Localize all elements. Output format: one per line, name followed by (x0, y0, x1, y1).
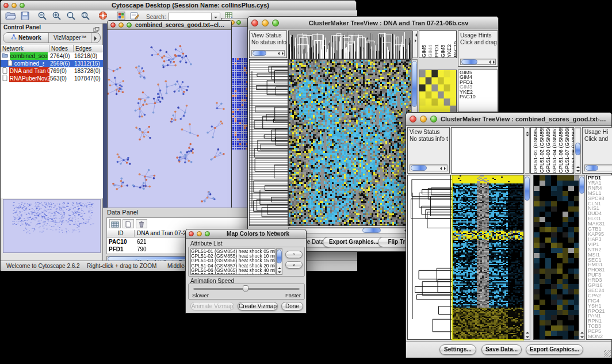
scrollbar-thumb[interactable] (586, 165, 598, 171)
close-button[interactable] (189, 231, 194, 236)
status-scrollbar[interactable] (410, 164, 447, 171)
scroll-up-icon[interactable] (526, 130, 529, 133)
main-titlebar[interactable]: Cytoscape Desktop (Session Name: collins… (1, 1, 356, 10)
delete-attribute-icon[interactable] (136, 219, 147, 228)
scrollbar-thumb[interactable] (525, 177, 530, 201)
column-label[interactable]: GPL51-01 (GSM854) (533, 127, 538, 173)
network-row-selected[interactable]: combined_sco 2569(6) 13112(15) (1, 60, 103, 67)
scroll-up-icon[interactable] (576, 166, 580, 168)
scrollbar-thumb[interactable] (579, 177, 584, 194)
column-scroll-strip[interactable] (412, 30, 418, 58)
row-dendrogram[interactable] (249, 59, 288, 226)
scroll-up-icon[interactable] (580, 332, 584, 334)
new-attribute-icon[interactable] (123, 219, 134, 228)
scroll-right-icon[interactable] (493, 60, 495, 64)
minimize-button[interactable] (12, 3, 17, 8)
column-dendrogram[interactable] (288, 30, 412, 59)
scroll-left-icon[interactable] (489, 60, 491, 64)
scrollbar-thumb[interactable] (362, 228, 381, 233)
column-header-edges[interactable]: Edges (74, 45, 103, 52)
zoom-selected-icon[interactable] (81, 11, 90, 22)
heatmap-vscrollbar[interactable] (524, 175, 530, 340)
scroll-down-icon[interactable] (576, 170, 580, 172)
column-header-network[interactable]: Network (1, 45, 49, 52)
network-canvas-1[interactable] (108, 30, 231, 208)
scroll-down-icon[interactable] (278, 271, 281, 273)
move-up-button[interactable]: ^ (285, 251, 303, 258)
column-scroll-strip[interactable] (525, 127, 530, 174)
network-row[interactable]: DNA and Tran 07 769(0) 183728(0) (1, 67, 103, 75)
scrollbar-thumb[interactable] (575, 143, 580, 155)
scroll-left-icon[interactable] (440, 167, 442, 170)
attribute-list-scrollbar[interactable] (276, 248, 282, 275)
close-button[interactable] (251, 20, 258, 26)
scrollbar-thumb[interactable] (253, 51, 266, 56)
zoom-button[interactable] (272, 20, 279, 26)
open-file-icon[interactable] (5, 12, 16, 22)
zoom-fit-icon[interactable] (66, 11, 76, 22)
scroll-up-icon[interactable] (526, 332, 529, 334)
column-label[interactable]: GIM4 (427, 45, 433, 58)
help-icon[interactable] (98, 11, 108, 22)
tab-vizmapper[interactable]: VizMapper™ (48, 33, 91, 43)
treeview1-titlebar[interactable]: ClusterMaker TreeView : DNA and Tran 07-… (248, 17, 498, 29)
minimize-button[interactable] (262, 20, 269, 26)
column-label[interactable]: PAC10 (453, 41, 457, 58)
column-label[interactable]: GPL51-08 (GSM872) (571, 127, 574, 173)
export-graphics-button[interactable]: Export Graphics... (526, 344, 583, 355)
zoom-vscrollbar[interactable] (579, 175, 585, 340)
create-vizmap-button[interactable]: Create Vizmap (238, 302, 278, 311)
data-column-id[interactable]: ID (107, 230, 135, 237)
scrollbar-thumb[interactable] (412, 61, 417, 107)
column-label[interactable]: PFD1 (434, 44, 439, 58)
scroll-down-icon[interactable] (580, 336, 584, 338)
zoom-button[interactable] (127, 22, 132, 28)
network-view-titlebar[interactable]: combined_scores_good.txt--cluste... (108, 21, 231, 30)
scroll-down-icon[interactable] (526, 135, 529, 138)
zoom-in-icon[interactable] (52, 11, 62, 22)
column-label[interactable]: YKE2 (446, 44, 452, 58)
zoom-out-icon[interactable] (37, 11, 47, 22)
birdseye-view[interactable] (3, 199, 101, 253)
correlation-matrix[interactable] (419, 70, 457, 113)
save-icon[interactable] (21, 12, 29, 22)
attribute-item[interactable]: GPL51-07 (GSM868) heat shock 60 min (191, 273, 275, 275)
row-label[interactable]: PAC10 (460, 94, 498, 99)
animate-vizmap-button[interactable]: Animate Vizmap (190, 302, 234, 311)
table-icon[interactable] (109, 219, 121, 228)
minimize-button[interactable] (197, 231, 202, 236)
done-button[interactable]: Done (281, 302, 303, 311)
minimize-button[interactable] (420, 116, 427, 122)
speed-slider-thumb[interactable] (243, 285, 248, 292)
hints-scrollbar[interactable] (460, 59, 496, 65)
network-row[interactable]: RNAPuberNov2+| 563(0) 107847(0) (1, 75, 103, 82)
resize-grip[interactable] (604, 350, 611, 357)
attribute-list[interactable]: GPL51-01 (GSM854) heat shock 05 min GPL5… (190, 248, 276, 275)
close-button[interactable] (110, 22, 116, 28)
column-label[interactable]: GPL51-07 (GSM868) (564, 127, 570, 173)
column-label[interactable]: GIM5 (421, 45, 427, 58)
status-scrollbar[interactable] (251, 50, 285, 56)
scrollbar-thumb[interactable] (461, 59, 477, 64)
hints-scrollbar[interactable] (584, 164, 612, 171)
scroll-left-icon[interactable] (414, 33, 417, 37)
zoom-button[interactable] (236, 20, 241, 25)
dialog-titlebar[interactable]: Map Colors to Network (186, 229, 306, 239)
scrollbar-thumb[interactable] (277, 250, 282, 263)
row-dendrogram[interactable] (407, 175, 452, 340)
scrollbar-thumb[interactable] (411, 165, 427, 171)
zoom-button[interactable] (20, 3, 25, 8)
scroll-right-icon[interactable] (282, 52, 284, 55)
heatmap-hscrollbar[interactable] (288, 227, 411, 233)
heatmap[interactable] (452, 175, 524, 340)
minimize-button[interactable] (118, 22, 124, 28)
zoom-button[interactable] (205, 231, 210, 236)
tab-overflow-button[interactable] (91, 33, 100, 43)
column-dendrogram-area[interactable] (451, 127, 524, 174)
save-data-button[interactable]: Save Data... (481, 344, 522, 355)
scroll-left-icon[interactable] (278, 52, 280, 55)
scroll-right-icon[interactable] (415, 39, 418, 43)
column-label[interactable]: GPL51-03 (GSM856) (545, 127, 551, 173)
zoom-heatmap[interactable] (533, 175, 579, 340)
column-header-nodes[interactable]: Nodes (49, 45, 74, 52)
